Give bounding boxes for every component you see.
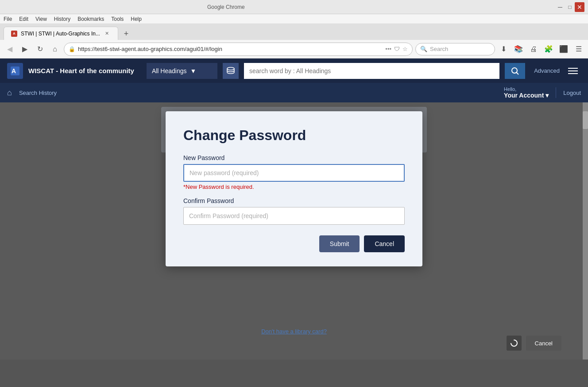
account-dropdown[interactable]: Hello, Your Account ▾ — [504, 86, 549, 99]
tab-label: STWI | STWI | Auto-Graphics In... — [21, 31, 100, 37]
app-header: A WISCAT - Heart of the community All He… — [0, 59, 588, 83]
window-title: Google Chrome — [4, 4, 555, 10]
svg-rect-7 — [568, 73, 578, 74]
search-type-dropdown[interactable]: All Headings ▼ — [147, 63, 217, 79]
forward-button[interactable]: ▶ — [19, 43, 31, 55]
print-icon[interactable]: 🖨 — [528, 43, 539, 55]
menu-history[interactable]: History — [54, 16, 70, 22]
bookmark-icon[interactable]: 🛡 — [394, 46, 400, 52]
svg-point-2 — [227, 67, 234, 70]
advanced-search-link[interactable]: Advanced — [534, 67, 560, 74]
browser-title-bar: Google Chrome ─ □ ✕ — [0, 0, 588, 14]
address-bar[interactable]: 🔒 https://test6-stwi-agent.auto-graphics… — [64, 43, 413, 56]
hamburger-menu-button[interactable] — [565, 63, 581, 79]
bg-form-bottom: Don't have a library card? — [261, 328, 327, 335]
tab-favicon: A — [11, 31, 17, 37]
browser-nav-bar: ◀ ▶ ↻ ⌂ 🔒 https://test6-stwi-agent.auto-… — [0, 40, 588, 59]
confirm-password-input[interactable] — [183, 207, 405, 225]
svg-line-4 — [517, 72, 519, 74]
search-type-label: All Headings — [152, 67, 187, 74]
account-hello-text: Hello, — [504, 86, 549, 92]
new-password-error: *New Password is required. — [183, 184, 405, 190]
spinner-icon — [510, 339, 518, 347]
page-background: To log in, please enter your Username an… — [0, 102, 588, 360]
account-dropdown-icon: ▾ — [545, 92, 549, 99]
tab-bar: A STWI | STWI | Auto-Graphics In... ✕ + — [0, 24, 588, 40]
menu-bookmarks[interactable]: Bookmarks — [77, 16, 104, 22]
bg-form-controls: Cancel — [507, 336, 561, 351]
browser-menu-bar: File Edit View History Bookmarks Tools H… — [0, 14, 588, 24]
app-title: WISCAT - Heart of the community — [28, 67, 134, 74]
home-button[interactable]: ⌂ — [49, 43, 61, 55]
search-input[interactable] — [244, 63, 499, 79]
star-icon[interactable]: ☆ — [402, 46, 408, 52]
svg-rect-6 — [568, 70, 578, 71]
search-go-icon — [511, 66, 519, 75]
maximize-button[interactable]: □ — [565, 2, 575, 12]
confirm-password-group: Confirm Password — [183, 197, 405, 225]
logout-button[interactable]: Logout — [563, 90, 581, 96]
browser-nav-icons: ⬇ 📚 🖨 🧩 ⬛ ☰ — [498, 43, 584, 55]
search-history-link[interactable]: Search History — [19, 90, 57, 96]
bg-cancel-button[interactable]: Cancel — [526, 336, 561, 351]
spinner-button[interactable] — [507, 336, 522, 351]
app-logo: A — [7, 63, 23, 79]
svg-rect-5 — [568, 68, 578, 69]
menu-edit[interactable]: Edit — [19, 16, 28, 22]
database-icon — [226, 66, 235, 75]
browser-search-bar[interactable]: 🔍 Search — [415, 43, 495, 55]
home-nav-icon[interactable]: ⌂ — [7, 88, 12, 98]
dont-have-card-link[interactable]: Don't have a library card? — [261, 328, 327, 335]
more-options-icon[interactable]: ••• — [385, 46, 391, 52]
scrollbar-thumb[interactable] — [583, 111, 588, 129]
menu-tools[interactable]: Tools — [111, 16, 124, 22]
menu-view[interactable]: View — [35, 16, 47, 22]
back-button[interactable]: ◀ — [4, 43, 16, 55]
url-text: https://test6-stwi-agent.auto-graphics.c… — [78, 46, 383, 52]
menu-file[interactable]: File — [4, 16, 12, 22]
change-password-modal: Change Password New Password *New Passwo… — [166, 111, 422, 266]
search-go-button[interactable] — [505, 63, 525, 79]
app-sub-header: ⌂ Search History Hello, Your Account ▾ L… — [0, 83, 588, 102]
hamburger-icon — [568, 66, 578, 76]
submit-button[interactable]: Submit — [319, 235, 360, 252]
tab-add-button[interactable]: + — [120, 27, 132, 40]
search-placeholder-text: Search — [430, 46, 448, 52]
confirm-password-label: Confirm Password — [183, 197, 405, 204]
extension-icon[interactable]: 🧩 — [543, 43, 554, 55]
account-section: Hello, Your Account ▾ Logout — [504, 86, 581, 99]
search-icon: 🔍 — [420, 46, 427, 52]
new-password-label: New Password — [183, 154, 405, 161]
cancel-button[interactable]: Cancel — [364, 235, 405, 252]
new-password-input[interactable] — [183, 164, 405, 182]
svg-point-8 — [511, 340, 517, 346]
account-name: Your Account ▾ — [504, 92, 549, 99]
download-icon[interactable]: ⬇ — [498, 43, 509, 55]
scrollbar[interactable] — [583, 102, 588, 360]
reload-button[interactable]: ↻ — [34, 43, 46, 55]
close-button[interactable]: ✕ — [575, 2, 584, 12]
library-icon[interactable]: 📚 — [513, 43, 524, 55]
modal-title: Change Password — [183, 127, 405, 144]
logo-icon: A — [11, 66, 19, 75]
modal-overlay: Change Password New Password *New Passwo… — [0, 102, 588, 360]
svg-text:A: A — [12, 67, 16, 74]
svg-point-3 — [512, 68, 517, 73]
minimize-button[interactable]: ─ — [555, 2, 565, 12]
vertical-divider — [556, 87, 556, 98]
modal-footer: Submit Cancel — [183, 235, 405, 252]
new-password-group: New Password *New Password is required. — [183, 154, 405, 190]
dropdown-arrow-icon: ▼ — [190, 67, 197, 74]
tab-active[interactable]: A STWI | STWI | Auto-Graphics In... ✕ — [4, 27, 118, 40]
menu-help[interactable]: Help — [131, 16, 142, 22]
search-input-bar[interactable] — [244, 63, 499, 79]
database-icon-btn[interactable] — [223, 63, 239, 79]
tab-close-button[interactable]: ✕ — [104, 30, 111, 37]
menu-dots-icon[interactable]: ☰ — [573, 43, 584, 55]
lock-icon: 🔒 — [69, 46, 75, 52]
sidebar-icon[interactable]: ⬛ — [558, 43, 569, 55]
